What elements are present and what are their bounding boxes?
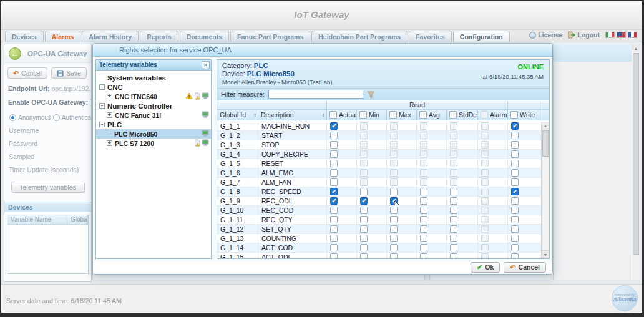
avg-checkbox-g-1-14[interactable] — [420, 244, 427, 251]
write-checkbox-g-1-1[interactable] — [511, 122, 519, 130]
actual-checkbox-g-1-2[interactable] — [330, 132, 338, 139]
actual-checkbox-g-1-7[interactable] — [330, 178, 338, 186]
select-all-max-checkbox[interactable] — [389, 111, 397, 119]
filter-measure-input[interactable] — [268, 90, 363, 99]
ok-button[interactable]: ✔ Ok — [471, 262, 500, 273]
write-checkbox-g-1-12[interactable] — [511, 225, 519, 233]
actual-checkbox-g-1-15[interactable] — [330, 253, 338, 258]
license-button[interactable]: License — [529, 31, 562, 39]
max-checkbox-g-1-11[interactable] — [390, 216, 398, 223]
write-checkbox-g-1-4[interactable] — [511, 150, 519, 158]
avg-checkbox-g-1-13[interactable] — [420, 235, 427, 242]
actual-checkbox-g-1-6[interactable] — [330, 169, 338, 177]
tree-item-numeric-controller[interactable]: -Numeric Controller — [96, 101, 211, 110]
write-checkbox-g-1-11[interactable] — [511, 216, 519, 223]
scrollbar-thumb[interactable] — [633, 53, 639, 255]
collapse-node-icon[interactable]: - — [99, 103, 105, 109]
tree-item-cnc-fanuc-31i[interactable]: +CNC Fanuc 31i — [96, 110, 211, 120]
tab-heidenhain-part-programs[interactable]: Heidenhain Part Programs — [311, 31, 407, 42]
min-checkbox-g-1-9[interactable] — [360, 197, 368, 205]
devices-col-variable-name[interactable]: Variable Name — [7, 215, 67, 224]
min-checkbox-g-1-14[interactable] — [360, 244, 368, 251]
expand-node-icon[interactable]: + — [107, 94, 112, 99]
max-checkbox-g-1-12[interactable] — [390, 225, 398, 233]
write-checkbox-g-1-8[interactable] — [511, 188, 519, 195]
min-checkbox-g-1-13[interactable] — [360, 235, 368, 242]
stddev-checkbox-g-1-12[interactable] — [450, 225, 457, 233]
tab-favorites[interactable]: Favorites — [409, 31, 452, 42]
tree-item-cnc[interactable]: -CNC — [96, 82, 211, 92]
max-checkbox-g-1-14[interactable] — [390, 244, 398, 251]
expand-node-icon[interactable]: + — [107, 140, 112, 146]
write-checkbox-g-1-7[interactable] — [511, 178, 519, 186]
avg-checkbox-g-1-10[interactable] — [420, 207, 427, 214]
anonymous-radio[interactable] — [9, 114, 16, 121]
tab-alarms[interactable]: Alarms — [45, 31, 81, 42]
avg-checkbox-g-1-11[interactable] — [420, 216, 427, 223]
write-checkbox-g-1-6[interactable] — [511, 169, 519, 177]
min-checkbox-g-1-11[interactable] — [360, 216, 368, 223]
dialog-cancel-button[interactable]: ↶ Cancel — [504, 262, 546, 273]
actual-checkbox-g-1-13[interactable] — [330, 235, 338, 242]
max-checkbox-g-1-10[interactable] — [390, 207, 398, 214]
write-checkbox-g-1-2[interactable] — [511, 132, 519, 139]
select-all-avg-checkbox[interactable] — [419, 111, 427, 119]
stddev-checkbox-g-1-11[interactable] — [450, 216, 457, 223]
min-checkbox-g-1-10[interactable] — [360, 207, 368, 214]
background-scrollbar[interactable]: ▲ — [632, 44, 640, 280]
stddev-checkbox-g-1-8[interactable] — [450, 188, 457, 195]
devices-col-globalid[interactable]: GlobalId — [67, 215, 88, 224]
min-checkbox-g-1-15[interactable] — [360, 253, 368, 258]
write-checkbox-g-1-14[interactable] — [511, 244, 519, 251]
tab-devices[interactable]: Devices — [5, 31, 44, 42]
write-checkbox-g-1-13[interactable] — [511, 235, 519, 242]
collapse-panel-icon[interactable] — [202, 61, 210, 69]
select-all-actual-checkbox[interactable] — [329, 111, 337, 119]
logout-button[interactable]: Logout — [568, 31, 600, 39]
min-checkbox-g-1-12[interactable] — [360, 225, 368, 233]
tab-reports[interactable]: Reports — [140, 31, 178, 42]
enable-gateway-checkbox[interactable] — [90, 99, 92, 106]
actual-checkbox-g-1-4[interactable] — [330, 150, 338, 158]
panel-save-button[interactable]: Save — [51, 67, 87, 79]
actual-checkbox-g-1-14[interactable] — [330, 244, 338, 251]
tree-item-cnc-itnc640[interactable]: +CNC iTNC640 — [96, 92, 211, 101]
table-scrollbar[interactable]: ▲ ▼ — [541, 122, 549, 258]
scroll-up-icon[interactable]: ▲ — [632, 44, 640, 52]
select-all-write-checkbox[interactable] — [510, 111, 518, 119]
stddev-checkbox-g-1-13[interactable] — [450, 235, 457, 242]
min-checkbox-g-1-8[interactable] — [360, 188, 368, 195]
tab-configuration[interactable]: Configuration — [453, 31, 510, 42]
sort-icon[interactable]: ▴▾ — [323, 112, 324, 117]
actual-checkbox-g-1-10[interactable] — [330, 207, 338, 214]
tab-fanuc-part-programs[interactable]: Fanuc Part Programs — [230, 31, 310, 42]
stddev-checkbox-g-1-14[interactable] — [450, 244, 457, 251]
stddev-checkbox-g-1-10[interactable] — [450, 207, 457, 214]
sort-icon[interactable]: ▴▾ — [254, 112, 256, 117]
avg-checkbox-g-1-12[interactable] — [420, 225, 427, 233]
authentication-radio[interactable] — [53, 114, 60, 121]
actual-checkbox-g-1-5[interactable] — [330, 160, 338, 167]
write-checkbox-g-1-10[interactable] — [511, 207, 519, 214]
write-checkbox-g-1-3[interactable] — [511, 141, 519, 149]
telemetry-variables-button[interactable]: Telemetry variables — [11, 182, 85, 193]
back-arrow-icon[interactable]: ← — [9, 47, 21, 60]
tree-item-plc-s7-1200[interactable]: +PLC S7 1200 — [96, 139, 211, 148]
collapse-node-icon[interactable]: - — [99, 122, 105, 127]
tree-item-plc[interactable]: -PLC — [96, 120, 211, 129]
scroll-up-icon[interactable]: ▲ — [542, 122, 549, 130]
write-checkbox-g-1-9[interactable] — [511, 197, 519, 205]
avg-checkbox-g-1-15[interactable] — [420, 253, 427, 258]
select-all-min-checkbox[interactable] — [359, 111, 367, 119]
max-checkbox-g-1-13[interactable] — [390, 235, 398, 242]
actual-checkbox-g-1-3[interactable] — [330, 141, 338, 149]
max-checkbox-g-1-15[interactable] — [390, 253, 398, 258]
tab-alarm-history[interactable]: Alarm History — [82, 31, 139, 42]
avg-checkbox-g-1-9[interactable] — [420, 197, 427, 205]
stddev-checkbox-g-1-9[interactable] — [450, 197, 457, 205]
tree-item-plc-micro850[interactable]: PLC Micro850 — [96, 129, 211, 139]
collapse-node-icon[interactable]: - — [99, 84, 105, 90]
actual-checkbox-g-1-8[interactable] — [330, 188, 338, 195]
max-checkbox-g-1-8[interactable] — [390, 188, 398, 195]
actual-checkbox-g-1-11[interactable] — [330, 216, 338, 223]
